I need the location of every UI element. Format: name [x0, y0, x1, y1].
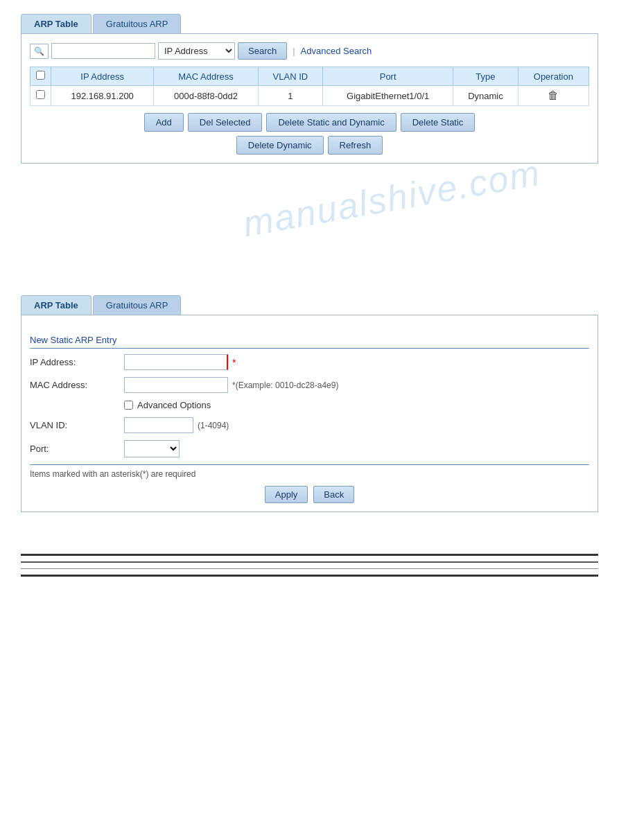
port-label: Port:	[30, 444, 120, 454]
watermark-text: manualshive.com	[240, 164, 543, 245]
vlan-id-row: VLAN ID: (1-4094)	[30, 417, 589, 433]
bottom-bar-2	[21, 561, 598, 563]
col-header-type: Type	[453, 67, 518, 86]
col-header-vlan: VLAN ID	[258, 67, 322, 86]
ip-address-row: IP Address: *	[30, 354, 589, 370]
select-all-checkbox[interactable]	[36, 71, 45, 80]
back-button[interactable]: Back	[313, 486, 354, 503]
form-buttons: Apply Back	[30, 486, 589, 503]
pipe-sep: |	[293, 46, 295, 56]
add-button[interactable]: Add	[144, 113, 184, 132]
tab-gratuitous-arp-1[interactable]: Gratuitous ARP	[93, 14, 182, 33]
col-header-mac: MAC Address	[154, 67, 258, 86]
ip-required-star: *	[232, 357, 236, 368]
search-dropdown[interactable]: IP Address MAC Address VLAN ID Port Type	[158, 42, 235, 60]
required-note: Items marked with an asterisk(*) are req…	[30, 469, 589, 479]
action-buttons: Add Del Selected Delete Static and Dynam…	[30, 113, 589, 132]
tab-gratuitous-arp-2[interactable]: Gratuitous ARP	[93, 295, 182, 315]
bottom-bar-3	[21, 568, 598, 569]
tab-content-2: New Static ARP Entry IP Address: * MAC A…	[21, 315, 598, 512]
table-row: 192.168.91.200 000d-88f8-0dd2 1 GigabitE…	[30, 86, 589, 106]
advanced-options-row: Advanced Options	[30, 400, 589, 410]
bottom-bar-1	[21, 554, 598, 556]
port-dropdown[interactable]	[124, 440, 180, 457]
tab-content-1: 🔍 IP Address MAC Address VLAN ID Port Ty…	[21, 33, 598, 164]
col-header-ip: IP Address	[51, 67, 154, 86]
search-bar: 🔍 IP Address MAC Address VLAN ID Port Ty…	[30, 42, 589, 60]
mac-address-label: MAC Address:	[30, 380, 120, 390]
bottom-bar-4	[21, 575, 598, 577]
row-operation: 🗑	[518, 86, 589, 106]
watermark-area: manualshive.com	[21, 164, 598, 288]
ip-address-label: IP Address:	[30, 357, 120, 367]
col-header-checkbox	[30, 67, 51, 86]
delete-static-button[interactable]: Delete Static	[401, 113, 476, 132]
row-type: Dynamic	[453, 86, 518, 106]
row-mac: 000d-88f8-0dd2	[154, 86, 258, 106]
del-selected-button[interactable]: Del Selected	[188, 113, 263, 132]
row-vlan: 1	[258, 86, 322, 106]
advanced-options-label: Advanced Options	[137, 400, 211, 410]
vlan-id-label: VLAN ID:	[30, 420, 120, 430]
advanced-options-checkbox[interactable]	[124, 401, 133, 410]
delete-static-dynamic-button[interactable]: Delete Static and Dynamic	[266, 113, 396, 132]
search-icon: 🔍	[30, 44, 49, 59]
mac-address-row: MAC Address: *(Example: 0010-dc28-a4e9)	[30, 377, 589, 393]
arp-table: IP Address MAC Address VLAN ID Port Type…	[30, 67, 589, 106]
col-header-operation: Operation	[518, 67, 589, 86]
search-button[interactable]: Search	[238, 42, 287, 60]
tab-bar-2: ARP Table Gratuitous ARP	[21, 295, 598, 315]
refresh-button[interactable]: Refresh	[328, 136, 383, 155]
mac-address-input[interactable]	[124, 377, 228, 393]
col-header-port: Port	[323, 67, 453, 86]
row-port: GigabitEthernet1/0/1	[323, 86, 453, 106]
row-checkbox-cell	[30, 86, 51, 106]
search-input[interactable]	[51, 43, 155, 59]
tab-bar-1: ARP Table Gratuitous ARP	[21, 14, 598, 33]
port-row: Port:	[30, 440, 589, 457]
tab-arp-table-1[interactable]: ARP Table	[21, 14, 91, 33]
row-ip: 192.168.91.200	[51, 86, 154, 106]
advanced-search-link[interactable]: Advanced Search	[301, 46, 372, 56]
action-buttons-row2: Delete Dynamic Refresh	[30, 136, 589, 155]
ip-address-input[interactable]	[124, 354, 228, 370]
row-checkbox[interactable]	[36, 90, 45, 99]
delete-icon[interactable]: 🗑	[548, 89, 559, 101]
delete-dynamic-button[interactable]: Delete Dynamic	[236, 136, 324, 155]
mac-hint: *(Example: 0010-dc28-a4e9)	[232, 380, 338, 390]
tab-arp-table-2[interactable]: ARP Table	[21, 295, 91, 315]
form-section-title: New Static ARP Entry	[30, 335, 589, 349]
apply-button[interactable]: Apply	[265, 486, 308, 503]
vlan-hint: (1-4094)	[198, 421, 229, 430]
vlan-id-input[interactable]	[124, 417, 193, 433]
